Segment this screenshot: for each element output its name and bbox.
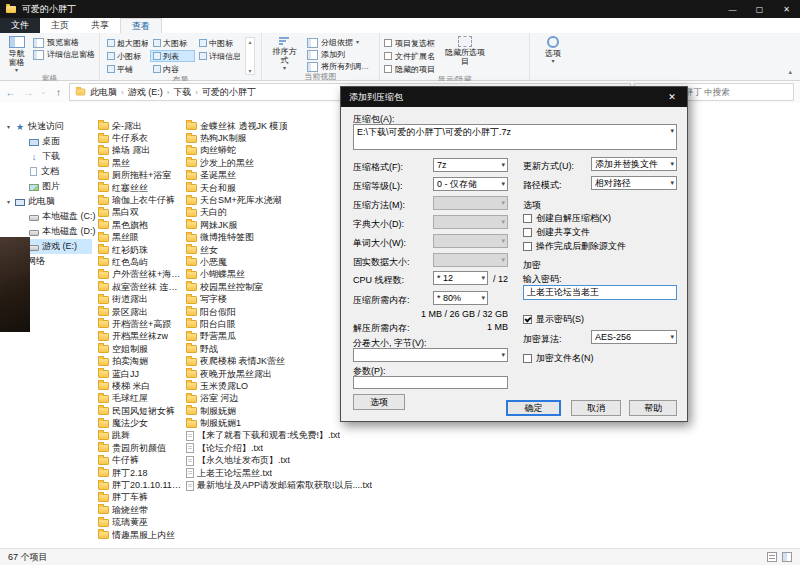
file-item[interactable]: 贵园所初颜值: [98, 442, 183, 454]
show-password-checkbox[interactable]: 显示密码(S): [523, 313, 584, 326]
file-item[interactable]: 开档黑丝袜zw: [98, 331, 183, 343]
file-item[interactable]: 黑色旗袍: [98, 219, 183, 231]
ribbon-tab[interactable]: 查看: [120, 18, 162, 34]
sidebar-item[interactable]: 下载: [0, 149, 92, 164]
dialog-checkbox[interactable]: 创建共享文件: [523, 225, 626, 239]
file-item[interactable]: 胖丁20.1.10.11浴室: [98, 479, 183, 491]
breadcrumb-segment[interactable]: 可爱的小胖丁: [202, 86, 256, 99]
encryption-method-combo[interactable]: AES-256 ▾: [591, 330, 677, 344]
file-item[interactable]: 【来了就看下载和观看:线免费!】.txt: [186, 430, 401, 442]
hide-selected-button[interactable]: 隐藏所选项目: [439, 35, 491, 67]
file-item[interactable]: 红衫奶珠: [98, 244, 183, 256]
ribbon-tab[interactable]: 共享: [80, 18, 120, 33]
add-columns-button[interactable]: 添加列: [307, 49, 375, 60]
encrypt-filenames-checkbox[interactable]: 加密文件名(N): [523, 352, 594, 365]
layout-mode-button[interactable]: 超大图标: [104, 37, 149, 49]
back-icon[interactable]: ←: [3, 87, 18, 98]
close-button[interactable]: ✕: [773, 0, 800, 18]
recent-locations-icon[interactable]: ⌄: [39, 88, 48, 96]
file-item[interactable]: 黑丝眼: [98, 232, 183, 244]
dialog-options-button[interactable]: 选项: [353, 394, 405, 410]
field-dropdown[interactable]: ▾: [433, 215, 508, 229]
dialog-titlebar[interactable]: 添加到压缩包 ✕: [341, 87, 687, 107]
file-extensions-toggle[interactable]: 文件扩展名: [384, 50, 435, 62]
layout-mode-button[interactable]: 详细信息: [196, 50, 241, 62]
ribbon-tab[interactable]: 文件: [0, 18, 40, 33]
sidebar-item[interactable]: 图片: [0, 179, 92, 194]
file-item[interactable]: 瑜伽上衣牛仔裤: [98, 194, 183, 206]
file-item[interactable]: 景区露出: [98, 306, 183, 318]
layout-mode-button[interactable]: 内容: [150, 63, 195, 75]
volume-size-combo[interactable]: ▾: [353, 348, 508, 362]
file-item[interactable]: 黑丝: [98, 157, 183, 169]
field-dropdown[interactable]: 7z ▾: [433, 158, 508, 172]
layout-mode-button[interactable]: 小图标: [104, 50, 149, 62]
file-item[interactable]: 厕所拖鞋+浴室: [98, 170, 183, 182]
file-item[interactable]: 红塞丝丝: [98, 182, 183, 194]
maximize-button[interactable]: ▢: [746, 0, 773, 18]
file-item[interactable]: 毛球红屋: [98, 393, 183, 405]
dialog-checkbox[interactable]: 操作完成后删除源文件: [523, 239, 626, 253]
folder-options-button[interactable]: 选项 ▾: [542, 35, 564, 65]
file-item[interactable]: 上老王论坛黑丝.txt: [186, 467, 401, 479]
gallery-scrollbar[interactable]: ▴ ▾: [245, 37, 255, 75]
update-mode-combo[interactable]: 添加并替换文件 ▾: [591, 157, 677, 171]
file-item[interactable]: 蓝白JJ: [98, 368, 183, 380]
dialog-checkbox[interactable]: 创建自解压缩档(X): [523, 211, 626, 225]
file-item[interactable]: 叔室蕾丝袜 连体网袜: [98, 281, 183, 293]
memory-percent-combo[interactable]: * 80% ▾: [433, 291, 488, 305]
item-checkboxes-toggle[interactable]: 项目复选框: [384, 37, 435, 49]
up-icon[interactable]: ↑: [51, 87, 66, 98]
sidebar-item[interactable]: 本地磁盘 (C:): [0, 209, 92, 224]
sidebar-item[interactable]: 桌面: [0, 134, 92, 149]
size-columns-button[interactable]: 将所有列调整为合适的大小: [307, 61, 375, 72]
breadcrumb-segment[interactable]: 游戏 (E:): [128, 86, 163, 99]
file-item[interactable]: 跳舞: [98, 430, 183, 442]
field-dropdown[interactable]: ▾: [433, 196, 508, 210]
details-pane-button[interactable]: 详细信息窗格: [33, 49, 95, 60]
file-item[interactable]: 民国风短裙女裤: [98, 405, 183, 417]
scroll-up-icon[interactable]: ▴: [248, 38, 251, 45]
file-item[interactable]: 朵-露出: [98, 120, 183, 132]
sidebar-item[interactable]: 文档: [0, 164, 92, 179]
file-item[interactable]: 瑜烧丝带: [98, 504, 183, 516]
file-item[interactable]: 琉璃黄巫: [98, 517, 183, 529]
ok-button[interactable]: 确定: [506, 400, 561, 416]
details-view-icon[interactable]: [767, 552, 777, 562]
archive-path-combo[interactable]: E:\下载\可爱的小胖丁\可爱的小胖丁.7z ▾: [353, 124, 677, 150]
help-button[interactable]: 帮助: [629, 400, 677, 416]
forward-icon[interactable]: →: [21, 87, 36, 98]
file-item[interactable]: 红色岛屿: [98, 256, 183, 268]
file-item[interactable]: 牛仔裤: [98, 455, 183, 467]
large-icons-view-icon[interactable]: [782, 552, 792, 562]
ribbon-tab[interactable]: 主页: [40, 18, 80, 33]
layout-mode-button[interactable]: 列表: [150, 50, 195, 62]
file-item[interactable]: 胖丁车裤: [98, 492, 183, 504]
field-dropdown[interactable]: ▾: [433, 234, 508, 248]
file-item[interactable]: 牛仔系衣: [98, 132, 183, 144]
file-item[interactable]: 楼梯 米白: [98, 380, 183, 392]
group-by-button[interactable]: 分组依据 ▾: [307, 37, 375, 48]
minimize-ribbon-icon[interactable]: ▴: [780, 68, 800, 80]
file-item[interactable]: 【永久地址发布页】.txt: [186, 455, 401, 467]
file-item[interactable]: 魔法少女: [98, 417, 183, 429]
file-item[interactable]: 情趣黑服上内丝: [98, 529, 183, 541]
field-dropdown[interactable]: 0 - 仅存储 ▾: [433, 177, 508, 191]
cancel-button[interactable]: 取消: [571, 400, 621, 416]
navigation-pane-button[interactable]: 导航窗格 ▾: [4, 35, 29, 74]
password-input[interactable]: [523, 285, 677, 300]
file-item[interactable]: 空姐制服: [98, 343, 183, 355]
sidebar-item[interactable]: ▾ 此电脑: [0, 194, 92, 209]
dialog-close-icon[interactable]: ✕: [657, 87, 687, 107]
file-item[interactable]: 操场 露出: [98, 145, 183, 157]
cpu-threads-combo[interactable]: * 12 ▾: [433, 271, 488, 285]
layout-mode-button[interactable]: 平铺: [104, 63, 149, 75]
sort-by-button[interactable]: 排序方式 ▾: [266, 35, 303, 72]
file-item[interactable]: 户外蕾丝袜+海滨沙滩: [98, 269, 183, 281]
file-item[interactable]: 胖丁2.18: [98, 467, 183, 479]
preview-pane-button[interactable]: 预览窗格: [33, 37, 95, 48]
layout-mode-button[interactable]: 大图标: [150, 37, 195, 49]
file-item[interactable]: 街道露出: [98, 293, 183, 305]
parameters-input[interactable]: [353, 376, 508, 389]
sidebar-item[interactable]: ▾ 快速访问: [0, 119, 92, 134]
